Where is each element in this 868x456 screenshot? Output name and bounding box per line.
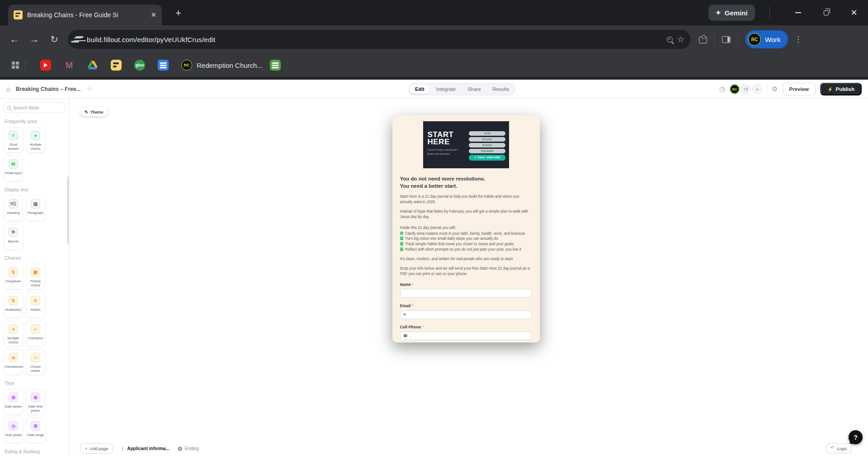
section-label: Time	[5, 381, 65, 386]
add-page-plus-icon: +	[85, 446, 88, 451]
extensions-icon[interactable]	[699, 35, 707, 43]
field-type-date-time-picker[interactable]: ⊞Date time picker	[26, 389, 45, 415]
apps-grid-icon[interactable]	[12, 62, 19, 69]
section-grid: H1Heading▤Paragraph⚑Banner	[4, 195, 65, 250]
date-picker-icon: ⊞	[9, 393, 18, 402]
add-page-button[interactable]: + Add page	[80, 443, 113, 454]
field-type-paragraph[interactable]: ▤Paragraph	[26, 195, 45, 221]
url-bar[interactable]: build.fillout.com/editor/pyVeUUkfCrus/ed…	[68, 30, 691, 49]
field-type-checkbox[interactable]: ✓Checkbox	[26, 321, 45, 347]
logic-branch-icon	[830, 446, 835, 451]
search-fields-box[interactable]	[4, 102, 66, 113]
tab-close-icon[interactable]: ✕	[151, 11, 156, 19]
field-type-dropdown[interactable]: ⇅Dropdown	[4, 264, 23, 290]
checklist-item-text: Track simple habits that move you closer…	[405, 242, 514, 246]
field-type-email-input[interactable]: ✉Email input	[4, 156, 23, 181]
list-bookmark-icon[interactable]	[270, 60, 281, 71]
field-type-label: Banner	[5, 239, 22, 243]
gemini-label: Gemini	[725, 9, 748, 17]
field-type-date-range[interactable]: ⊞Date range	[26, 418, 45, 443]
section-grid: ⇅Dropdown▣Picture choice⇅Multiselect⊙Swi…	[4, 264, 65, 375]
field-type-checkboxes[interactable]: ⊖Checkboxes	[4, 349, 23, 375]
preview-button[interactable]: Preview	[783, 83, 816, 95]
add-collaborator-button[interactable]: +	[752, 84, 762, 94]
browser-menu-icon[interactable]: ⋮	[794, 34, 802, 44]
bookmark-star-icon[interactable]: ☆	[677, 34, 684, 44]
field-type-switch[interactable]: ⊙Switch	[26, 292, 45, 318]
search-input[interactable]	[13, 105, 62, 110]
drive-bookmark-icon[interactable]	[87, 60, 98, 71]
back-button[interactable]: ←	[5, 34, 24, 45]
youtube-bookmark-icon[interactable]	[40, 60, 51, 71]
hero-image: START HERE Tired of empty resolutions? B…	[423, 121, 509, 168]
side-panel-icon[interactable]	[722, 36, 731, 43]
page-tab-ending[interactable]: ✔Ending	[178, 446, 199, 451]
field-type-short-answer[interactable]: =Short answer	[4, 127, 23, 153]
sidebar-scrollbar[interactable]	[67, 176, 69, 244]
field-type-picture-choice[interactable]: ▣Picture choice	[26, 264, 45, 290]
home-icon[interactable]: ⌂	[6, 85, 10, 93]
close-window-button[interactable]: ✕	[840, 0, 868, 25]
phone-field-label: Cell Phone*	[400, 325, 532, 329]
reload-button[interactable]: ↻	[44, 34, 64, 45]
gloo-bookmark-icon[interactable]: gloo	[134, 60, 145, 71]
church-bookmark-icon[interactable]: RC	[181, 60, 192, 71]
checklist-intro[interactable]: Inside this 21 day journal you will:	[400, 225, 532, 230]
form-heading[interactable]: You do not need more resolutions. You ne…	[400, 176, 532, 190]
gemini-button[interactable]: ✦ Gemini	[708, 5, 755, 21]
heading-icon: H1	[9, 199, 18, 209]
field-type-time-picker[interactable]: ◷Time picker	[4, 418, 23, 443]
field-type-label: Date range	[27, 433, 44, 437]
section-label: Display text	[5, 187, 65, 192]
tab-integrate[interactable]: Integrate	[431, 85, 461, 94]
version-history-icon[interactable]: ◷	[719, 85, 725, 93]
field-type-heading[interactable]: H1Heading	[4, 195, 23, 221]
form-title[interactable]: Breaking Chains – Free...	[16, 86, 80, 92]
field-type-banner[interactable]: ⚑Banner	[4, 224, 23, 250]
field-type-choice-matrix[interactable]: ∷Choice matrix	[26, 349, 45, 375]
phone-input[interactable]: ☎ ⌄	[400, 332, 532, 340]
browser-tab[interactable]: Breaking Chains - Free Guide Si ✕	[8, 5, 162, 25]
url-text[interactable]: build.fillout.com/editor/pyVeUUkfCrus/ed…	[87, 36, 662, 43]
titlebar-divider	[769, 6, 770, 19]
profile-button[interactable]: RC Work	[745, 30, 788, 48]
email-input[interactable]: ✉	[400, 310, 532, 319]
help-chat-bubble[interactable]: ?	[849, 430, 863, 444]
field-type-multiselect[interactable]: ⇅Multiselect	[4, 292, 23, 318]
page-tab-label: Applicant informa...	[127, 446, 169, 451]
tab-edit[interactable]: Edit	[410, 85, 430, 94]
check-icon: ✓	[400, 237, 404, 240]
form-paragraph-2[interactable]: Instead of hype that fades by February, …	[400, 209, 532, 219]
site-settings-icon[interactable]	[74, 36, 82, 43]
logic-button[interactable]: Logic	[826, 443, 852, 453]
form-paragraph-4[interactable]: Drop your info below and we will send yo…	[400, 266, 532, 276]
minimize-button[interactable]	[784, 0, 812, 25]
church-bookmark-label[interactable]: Redemption Church...	[197, 62, 263, 69]
restore-button[interactable]	[812, 0, 840, 25]
settings-gear-icon[interactable]: ⚙	[772, 85, 778, 93]
form-paragraph-3[interactable]: It's clean, modern, and written for real…	[400, 256, 532, 261]
name-input[interactable]	[400, 289, 532, 298]
field-type-multiple-choice[interactable]: ●Multiple choice	[4, 321, 23, 347]
new-tab-button[interactable]: +	[175, 8, 181, 18]
field-type-multiple-choice[interactable]: ●Multiple choice	[26, 127, 45, 153]
form-card[interactable]: START HERE Tired of empty resolutions? B…	[392, 115, 540, 342]
form-paragraph-1[interactable]: Start Here is a 21 day journal to help y…	[400, 194, 532, 204]
field-type-label: Checkboxes	[5, 365, 22, 369]
tab-share[interactable]: Share	[462, 85, 486, 94]
drag-handle-icon[interactable]: ⋮	[120, 446, 124, 451]
field-type-date-picker[interactable]: ⊞Date picker	[4, 389, 23, 415]
gmail-bookmark-icon[interactable]	[64, 60, 75, 71]
theme-button[interactable]: ✎ Theme	[80, 107, 108, 117]
forward-button[interactable]: →	[24, 34, 44, 45]
field-type-label: Paragraph	[27, 211, 44, 215]
fillout-bookmark-icon[interactable]	[111, 60, 122, 71]
favorite-star-icon[interactable]: ☆	[87, 86, 92, 92]
country-chevron-icon[interactable]: ⌄	[409, 334, 411, 337]
publish-button[interactable]: ⚡ Publish	[820, 83, 862, 95]
tab-results[interactable]: Results	[487, 85, 515, 94]
zoom-out-icon[interactable]	[667, 37, 673, 43]
docs-bookmark-icon[interactable]	[158, 60, 169, 71]
collaborator-avatar[interactable]: RC	[730, 84, 740, 94]
page-tab-applicant-informa-[interactable]: ⋮Applicant informa...	[120, 446, 169, 451]
